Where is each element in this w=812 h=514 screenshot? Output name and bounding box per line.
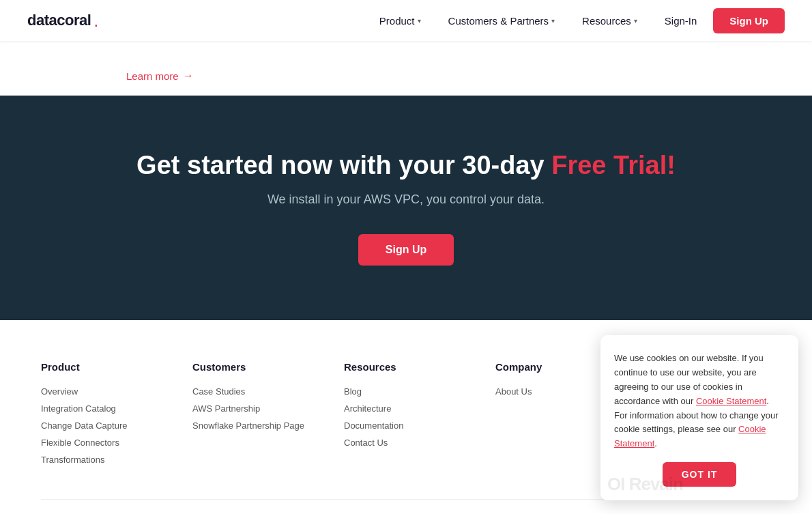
cta-subtitle: We install in your AWS VPC, you control … xyxy=(27,192,785,207)
chevron-down-icon: ▾ xyxy=(634,17,637,25)
arrow-icon: → xyxy=(183,70,194,82)
footer-link-aws-partnership[interactable]: AWS Partnership xyxy=(192,403,317,414)
footer-link-transformations[interactable]: Transformations xyxy=(41,455,165,465)
footer-link-overview[interactable]: Overview xyxy=(41,386,165,397)
cookie-text: We use cookies on our website. If you co… xyxy=(614,352,785,451)
cta-title-start: Get started now with your 30-day xyxy=(136,151,551,180)
cta-title: Get started now with your 30-day Free Tr… xyxy=(27,150,785,182)
learn-more-label: Learn more xyxy=(126,70,179,82)
footer-link-change-data-capture[interactable]: Change Data Capture xyxy=(41,420,165,431)
chevron-down-icon: ▾ xyxy=(418,17,421,25)
cookie-popup: We use cookies on our website. If you co… xyxy=(600,335,798,500)
cta-section: Get started now with your 30-day Free Tr… xyxy=(0,96,812,320)
footer-link-case-studies[interactable]: Case Studies xyxy=(192,386,317,397)
nav-signup-button[interactable]: Sign Up xyxy=(713,8,785,33)
footer-copyright: © Copyright 2022, Datacoral Inc. xyxy=(41,499,771,514)
footer-link-documentation[interactable]: Documentation xyxy=(344,420,468,431)
footer-resources-title: Resources xyxy=(344,361,468,373)
cookie-statement-link-1[interactable]: Cookie Statement xyxy=(696,396,766,406)
footer-product-col: Product Overview Integration Catalog Cha… xyxy=(41,361,165,472)
footer-customers-col: Customers Case Studies AWS Partnership S… xyxy=(192,361,317,472)
footer-product-title: Product xyxy=(41,361,165,373)
nav-links: Product ▾ Customers & Partners ▾ Resourc… xyxy=(368,8,785,33)
logo-dot: . xyxy=(93,12,98,29)
learn-more-link[interactable]: Learn more → xyxy=(126,70,194,82)
footer-link-snowflake-partnership[interactable]: Snowflake Partnership Page xyxy=(192,420,317,431)
footer-link-flexible-connectors[interactable]: Flexible Connectors xyxy=(41,438,165,448)
footer-link-architecture[interactable]: Architecture xyxy=(344,403,468,414)
nav-product[interactable]: Product ▾ xyxy=(368,10,432,32)
footer-customers-title: Customers xyxy=(192,361,317,373)
footer-link-integration-catalog[interactable]: Integration Catalog xyxy=(41,403,165,414)
nav-resources[interactable]: Resources ▾ xyxy=(571,10,648,32)
footer-link-blog[interactable]: Blog xyxy=(344,386,468,397)
logo-text: datacoral xyxy=(27,12,91,29)
cookie-got-it-button[interactable]: GOT IT xyxy=(663,462,737,487)
navigation: datacoral . Product ▾ Customers & Partne… xyxy=(0,0,812,41)
footer-link-contact-us[interactable]: Contact Us xyxy=(344,438,468,448)
footer-resources-col: Resources Blog Architecture Documentatio… xyxy=(344,361,468,472)
logo[interactable]: datacoral . xyxy=(27,12,99,29)
nav-signin[interactable]: Sign-In xyxy=(654,10,708,32)
cta-title-highlight: Free Trial! xyxy=(551,151,676,180)
chevron-down-icon: ▾ xyxy=(551,17,555,25)
cta-signup-button[interactable]: Sign Up xyxy=(358,234,454,266)
nav-customers-partners[interactable]: Customers & Partners ▾ xyxy=(437,10,566,32)
